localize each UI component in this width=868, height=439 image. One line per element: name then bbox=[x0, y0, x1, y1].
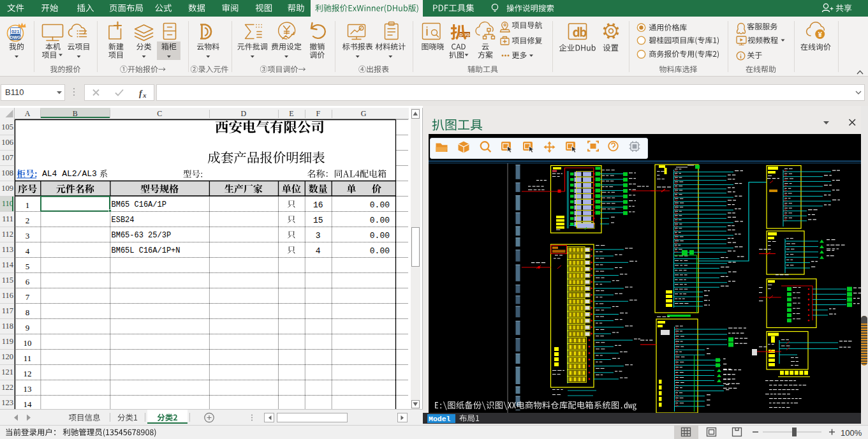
svg-text:¥: ¥ bbox=[818, 31, 823, 38]
svg-text:x: x bbox=[142, 91, 147, 99]
svg-text:DWG: DWG bbox=[10, 35, 21, 40]
svg-text:021: 021 bbox=[11, 29, 20, 34]
